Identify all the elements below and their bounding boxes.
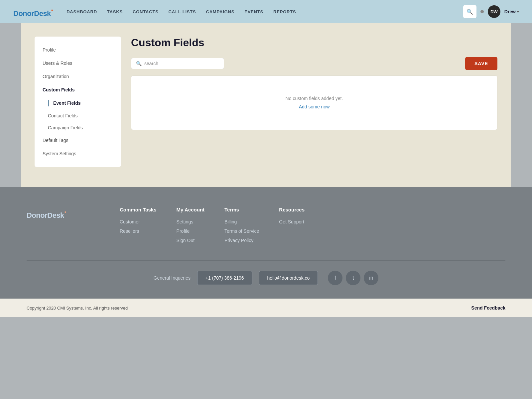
content-area: Custom Fields 🔍 SAVE No custom fields ad…	[131, 37, 497, 167]
twitter-button[interactable]: t	[346, 271, 360, 285]
inquiry-label: General Inqueries	[154, 275, 191, 281]
sidebar-sub-items: Event Fields Contact Fields Campaign Fie…	[35, 96, 121, 134]
search-icon: 🔍	[466, 9, 473, 15]
nav-reports[interactable]: REPORTS	[273, 9, 296, 14]
toolbar: 🔍 SAVE	[131, 57, 497, 70]
page-layout: Profile Users & Roles Organization Custo…	[35, 37, 497, 167]
event-fields-label: Event Fields	[53, 100, 80, 106]
search-icon: 🔍	[136, 61, 142, 66]
footer-col-common-tasks: Common Tasks Customer Resellers	[120, 207, 157, 247]
phone-button[interactable]: +1 (707) 386-2196	[197, 271, 252, 285]
status-dot	[480, 10, 484, 13]
user-menu[interactable]: Drew ▾	[504, 9, 519, 14]
footer-bottom: General Inqueries +1 (707) 386-2196 hell…	[27, 271, 505, 285]
twitter-icon: t	[352, 275, 354, 281]
footer-link-terms-of-service[interactable]: Terms of Service	[224, 228, 259, 234]
sidebar-item-system-settings[interactable]: System Settings	[35, 147, 121, 160]
search-input[interactable]	[144, 61, 219, 66]
sidebar-item-organization[interactable]: Organization	[35, 70, 121, 83]
nav-dashboard[interactable]: DASHBOARD	[66, 9, 97, 14]
sidebar: Profile Users & Roles Organization Custo…	[35, 37, 121, 167]
active-bar-icon	[48, 100, 49, 106]
linkedin-button[interactable]: in	[364, 271, 378, 285]
facebook-button[interactable]: f	[328, 271, 342, 285]
sidebar-item-profile[interactable]: Profile	[35, 43, 121, 57]
footer-inner: DonorDesk· Common Tasks Customer Reselle…	[27, 207, 505, 247]
footer-col-heading-3: Resources	[279, 207, 305, 212]
add-now-link[interactable]: Add some now	[299, 104, 330, 109]
avatar: DW	[488, 5, 500, 18]
logo-text: DonorDesk	[13, 10, 51, 18]
sidebar-sub-contact-fields[interactable]: Contact Fields	[48, 110, 121, 122]
sidebar-sub-campaign-fields[interactable]: Campaign Fields	[48, 122, 121, 134]
facebook-icon: f	[334, 275, 336, 281]
nav-tasks[interactable]: TASKS	[107, 9, 123, 14]
search-box[interactable]: 🔍	[131, 58, 224, 69]
contact-fields-label: Contact Fields	[48, 113, 77, 118]
save-button[interactable]: SAVE	[465, 57, 497, 70]
nav-call-lists[interactable]: CALL LISTS	[169, 9, 196, 14]
footer-link-get-support[interactable]: Get Support	[279, 219, 305, 224]
search-button[interactable]: 🔍	[463, 5, 476, 18]
footer-link-profile[interactable]: Profile	[177, 228, 204, 234]
chevron-down-icon: ▾	[517, 10, 519, 14]
header-right: 🔍 DW Drew ▾	[463, 5, 519, 18]
footer-logo-dot: ·	[64, 207, 66, 217]
logo: DonorDesk·	[13, 5, 53, 18]
social-buttons: f t in	[328, 271, 378, 285]
empty-panel: No custom fields added yet. Add some now	[131, 75, 497, 130]
nav-events[interactable]: EVENTS	[244, 9, 263, 14]
footer-col-heading-0: Common Tasks	[120, 207, 157, 212]
bottom-bar: Copyright 2020 CMI Systems, Inc. All rig…	[0, 299, 532, 317]
footer-link-billing[interactable]: Billing	[224, 219, 259, 224]
footer-col-terms: Terms Billing Terms of Service Privacy P…	[224, 207, 259, 247]
nav-campaigns[interactable]: CAMPAIGNS	[206, 9, 234, 14]
footer-logo: DonorDesk·	[27, 207, 93, 220]
footer-link-privacy-policy[interactable]: Privacy Policy	[224, 238, 259, 243]
page-title: Custom Fields	[131, 37, 497, 49]
campaign-fields-label: Campaign Fields	[48, 125, 83, 130]
nav-contacts[interactable]: CONTACTS	[133, 9, 159, 14]
footer-link-settings[interactable]: Settings	[177, 219, 204, 224]
footer-link-resellers[interactable]: Resellers	[120, 228, 157, 234]
footer: DonorDesk· Common Tasks Customer Reselle…	[0, 187, 532, 299]
footer-link-customer[interactable]: Customer	[120, 219, 157, 224]
footer-logo-text: DonorDesk	[27, 211, 64, 219]
sidebar-item-custom-fields[interactable]: Custom Fields	[35, 83, 121, 96]
sidebar-sub-event-fields[interactable]: Event Fields	[48, 96, 121, 110]
header: DonorDesk· DASHBOARD TASKS CONTACTS CALL…	[0, 0, 532, 23]
email-button[interactable]: hello@donordesk.co	[259, 271, 318, 285]
footer-col-heading-1: My Account	[177, 207, 204, 212]
main-wrapper: Profile Users & Roles Organization Custo…	[21, 23, 511, 187]
sidebar-item-users-roles[interactable]: Users & Roles	[35, 57, 121, 70]
footer-link-sign-out[interactable]: Sign Out	[177, 238, 204, 243]
sidebar-item-default-tags[interactable]: Default Tags	[35, 134, 121, 147]
linkedin-icon: in	[369, 275, 373, 281]
main-nav: DASHBOARD TASKS CONTACTS CALL LISTS CAMP…	[66, 9, 463, 14]
empty-message: No custom fields added yet.	[138, 96, 490, 101]
copyright-text: Copyright 2020 CMI Systems, Inc. All rig…	[27, 306, 128, 311]
user-name-label: Drew	[504, 9, 516, 14]
logo-dot: ·	[51, 5, 53, 15]
footer-col-my-account: My Account Settings Profile Sign Out	[177, 207, 204, 247]
footer-columns: Common Tasks Customer Resellers My Accou…	[120, 207, 505, 247]
footer-divider	[27, 260, 505, 261]
send-feedback-link[interactable]: Send Feedback	[471, 305, 505, 311]
footer-col-resources: Resources Get Support	[279, 207, 305, 247]
footer-col-heading-2: Terms	[224, 207, 259, 212]
